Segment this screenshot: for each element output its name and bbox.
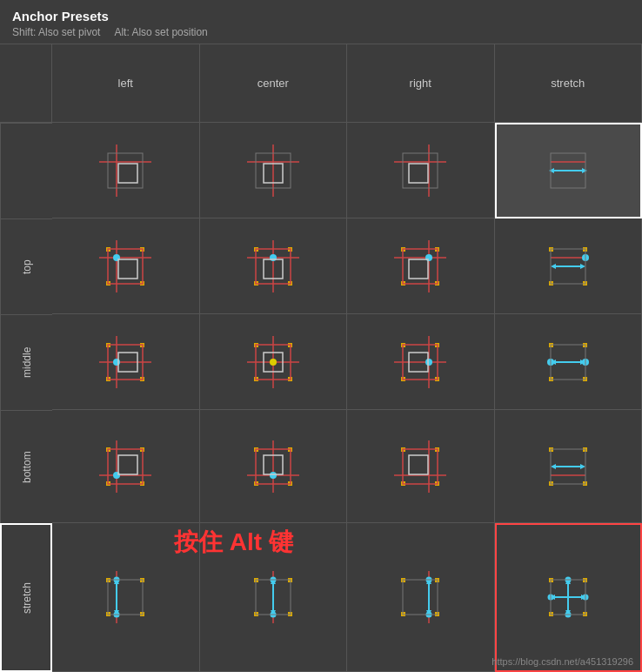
svg-point-60 bbox=[113, 359, 120, 366]
svg-marker-15 bbox=[582, 168, 587, 173]
anchor-cell-none-center[interactable] bbox=[200, 123, 348, 218]
svg-rect-159 bbox=[403, 580, 438, 615]
col-header-right: right bbox=[347, 44, 495, 123]
svg-point-98 bbox=[113, 472, 120, 479]
col-header-center: center bbox=[200, 44, 348, 123]
svg-marker-51 bbox=[551, 264, 556, 269]
subtitle-shift: Shift: Also set pivot bbox=[12, 26, 100, 38]
subtitle-alt: Alt: Also set position bbox=[114, 26, 207, 38]
svg-point-23 bbox=[113, 254, 120, 261]
col-header-stretch: stretch bbox=[495, 44, 643, 123]
anchor-cell-top-left[interactable] bbox=[52, 218, 200, 314]
anchor-cell-bottom-stretch[interactable] bbox=[495, 410, 643, 523]
svg-rect-117 bbox=[403, 449, 438, 484]
anchor-cell-bottom-right[interactable] bbox=[347, 410, 495, 523]
svg-marker-125 bbox=[580, 464, 585, 469]
anchor-cell-none-left[interactable] bbox=[52, 123, 200, 218]
svg-rect-42 bbox=[409, 259, 428, 279]
anchor-cell-top-stretch[interactable] bbox=[495, 218, 643, 314]
svg-marker-124 bbox=[551, 464, 556, 469]
svg-point-78 bbox=[425, 359, 432, 366]
row-label-bottom: bottom bbox=[0, 410, 52, 523]
svg-rect-24 bbox=[118, 259, 137, 279]
anchor-presets-panel: Anchor Presets Shift: Also set pivot Alt… bbox=[0, 0, 642, 672]
anchor-cell-stretch-right[interactable] bbox=[347, 523, 495, 672]
svg-rect-10 bbox=[409, 164, 428, 183]
row-label-none bbox=[0, 123, 52, 218]
panel-title: Anchor Presets bbox=[12, 9, 630, 24]
row-label-top: top bbox=[0, 218, 52, 314]
anchor-cell-middle-stretch[interactable] bbox=[495, 314, 643, 410]
svg-rect-2 bbox=[118, 164, 137, 183]
anchor-cell-middle-center[interactable] bbox=[200, 314, 348, 410]
svg-point-32 bbox=[270, 254, 277, 261]
svg-marker-52 bbox=[580, 264, 585, 269]
anchor-cell-none-stretch[interactable] bbox=[495, 123, 643, 218]
anchor-cell-top-right[interactable] bbox=[347, 218, 495, 314]
watermark: https://blog.csdn.net/a451319296 bbox=[492, 656, 633, 667]
anchor-cell-stretch-stretch[interactable] bbox=[495, 523, 643, 672]
col-header-left: left bbox=[52, 44, 200, 123]
svg-rect-137 bbox=[108, 580, 143, 615]
panel-header: Anchor Presets Shift: Also set pivot Alt… bbox=[0, 0, 642, 44]
anchor-cell-bottom-left[interactable] bbox=[52, 410, 200, 523]
anchor-grid: left center right stretch bbox=[0, 44, 642, 672]
anchor-cell-middle-left[interactable] bbox=[52, 314, 200, 410]
svg-point-41 bbox=[425, 254, 432, 261]
anchor-cell-top-center[interactable] bbox=[200, 218, 348, 314]
anchor-cell-none-right[interactable] bbox=[347, 123, 495, 218]
row-label-middle: middle bbox=[0, 314, 52, 410]
anchor-cell-stretch-left[interactable] bbox=[52, 523, 200, 672]
anchor-cell-bottom-center[interactable] bbox=[200, 410, 348, 523]
row-label-stretch: stretch bbox=[0, 523, 52, 672]
anchor-cell-middle-right[interactable] bbox=[347, 314, 495, 410]
svg-rect-116 bbox=[409, 455, 428, 474]
svg-point-107 bbox=[270, 472, 277, 479]
svg-point-69 bbox=[270, 359, 277, 366]
svg-rect-99 bbox=[118, 455, 137, 474]
corner-empty bbox=[0, 44, 52, 123]
panel-subtitle: Shift: Also set pivot Alt: Also set posi… bbox=[12, 26, 630, 38]
anchor-cell-stretch-center[interactable] bbox=[200, 523, 348, 672]
svg-marker-14 bbox=[549, 168, 554, 173]
